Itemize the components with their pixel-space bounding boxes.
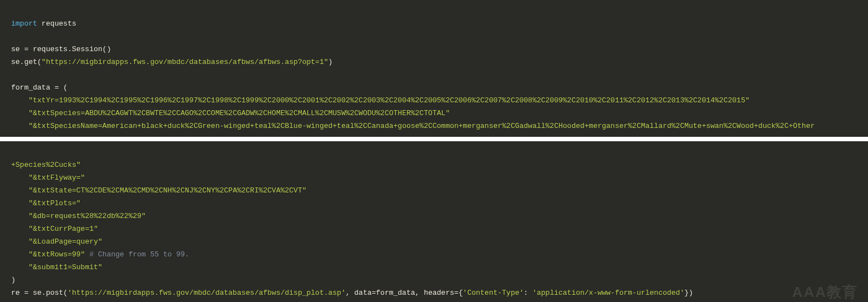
form-data-string: "txtYr=1993%2C1994%2C1995%2C1996%2C1997%… xyxy=(28,96,749,105)
url-string: 'https://migbirdapps.fws.gov/mbdc/databa… xyxy=(67,289,345,297)
form-data-string: "&submit1=Submit" xyxy=(28,263,102,271)
keyword-import: import xyxy=(11,19,37,28)
block-separator xyxy=(0,137,868,141)
code-line: se.get("https://migbirdapps.fws.gov/mbdc… xyxy=(11,58,332,66)
code-line: "&txtCurrPage=1" xyxy=(11,225,98,233)
form-data-string: "&txtPlots=" xyxy=(28,199,81,207)
form-data-string: "&txtFlyway=" xyxy=(28,174,85,182)
code-line: "&txtState=CT%2CDE%2CMA%2CMD%2CNH%2CNJ%2… xyxy=(11,186,307,195)
code-line: se = requests.Session() xyxy=(11,45,111,53)
form-data-string: +Species%2Cucks" xyxy=(11,161,81,169)
code-line: "&txtSpeciesName=American+black+duck%2CG… xyxy=(11,122,815,130)
code-line: "&submit1=Submit" xyxy=(11,263,102,271)
code-line: "&LoadPage=query" xyxy=(11,237,102,246)
code-line: re = se.post('https://migbirdapps.fws.go… xyxy=(11,289,693,297)
code-line: form_data = ( xyxy=(11,83,67,92)
form-data-string: "&txtRows=99" xyxy=(28,250,85,259)
code-block-2: +Species%2Cucks" "&txtFlyway=" "&txtStat… xyxy=(0,141,868,302)
code-line: "&txtFlyway=" xyxy=(11,174,85,182)
code-block-1: import requests se = requests.Session() … xyxy=(0,0,868,137)
comment: # Change from 55 to 99. xyxy=(85,250,189,259)
code-line: "&txtRows=99" # Change from 55 to 99. xyxy=(11,250,189,259)
form-data-string: "&LoadPage=query" xyxy=(28,237,102,246)
code-line: ) xyxy=(11,276,16,284)
url-string: "https://migbirdapps.fws.gov/mbdc/databa… xyxy=(42,58,328,66)
form-data-string: "&txtSpeciesName=American+black+duck%2CG… xyxy=(28,122,815,130)
code-line: "txtYr=1993%2C1994%2C1995%2C1996%2C1997%… xyxy=(11,96,749,105)
form-data-string: "&db=request%28%22db%22%29" xyxy=(28,212,146,220)
form-data-string: "&txtState=CT%2CDE%2CMA%2CMD%2CNH%2CNJ%2… xyxy=(28,186,306,195)
code-line: import requests xyxy=(11,19,76,28)
module-name: requests xyxy=(37,19,76,28)
form-data-string: "&txtCurrPage=1" xyxy=(28,225,98,233)
code-line: +Species%2Cucks" xyxy=(11,161,81,169)
code-line: "&txtPlots=" xyxy=(11,199,81,207)
code-line: "&db=request%28%22db%22%29" xyxy=(11,212,146,220)
code-line: "&txtSpecies=ABDU%2CAGWT%2CBWTE%2CCAGO%2… xyxy=(11,109,450,117)
form-data-string: "&txtSpecies=ABDU%2CAGWT%2CBWTE%2CCAGO%2… xyxy=(28,109,450,117)
